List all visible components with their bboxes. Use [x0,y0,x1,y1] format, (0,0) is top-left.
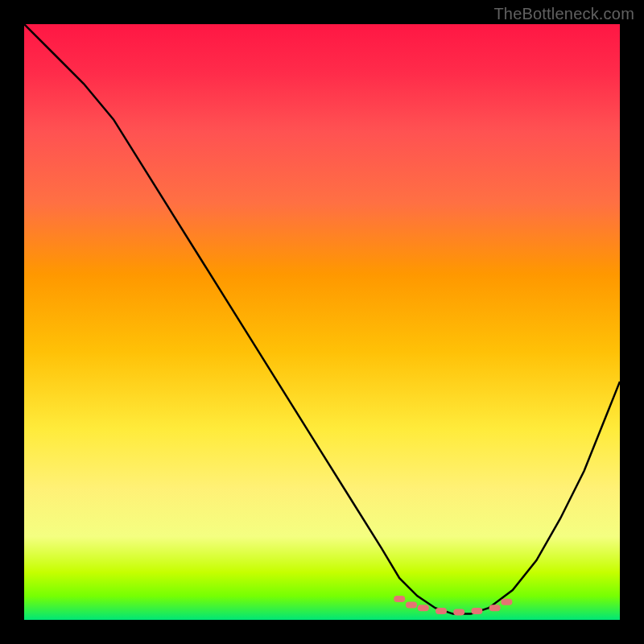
optimal-marker [501,599,512,605]
chart-frame: TheBottleneck.com [0,0,644,644]
watermark-text: TheBottleneck.com [493,5,634,23]
optimal-marker [489,605,501,611]
optimal-marker [436,608,447,614]
optimal-range-markers [394,596,512,615]
bottleneck-curve-path [24,24,620,614]
optimal-marker [394,596,405,602]
optimal-marker [471,608,482,614]
curve-svg [24,24,620,620]
optimal-marker [418,605,429,611]
plot-area [24,24,620,620]
optimal-marker [406,602,417,609]
optimal-marker [453,609,464,615]
